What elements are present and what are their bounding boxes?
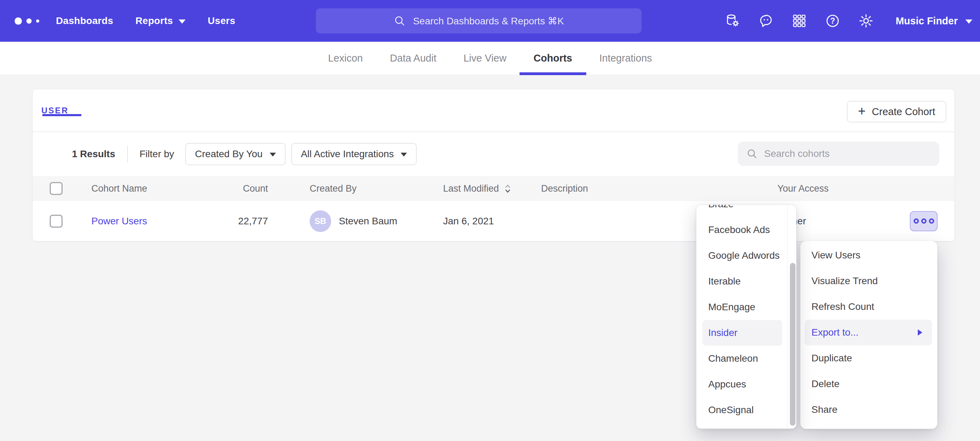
submenu-item-moengage[interactable]: MoEngage (697, 294, 788, 320)
nav-item-users[interactable]: Users (208, 15, 235, 26)
nav-item-dashboards-label: Dashboards (56, 15, 113, 26)
submenu-item-facebook-ads[interactable]: Facebook Ads (697, 217, 788, 243)
menu-item-refresh-count[interactable]: Refresh Count (800, 294, 937, 320)
submenu-scrollbar-thumb[interactable] (790, 263, 795, 426)
submenu-arrow-icon (918, 329, 922, 336)
top-navigation-bar: Dashboards Reports Users Search Dashboar… (0, 0, 980, 42)
menu-item-share[interactable]: Share (800, 397, 937, 423)
menu-item-delete[interactable]: Delete (800, 371, 937, 397)
user-tab-underline (42, 114, 81, 116)
created-by-dropdown-label: Created By You (195, 149, 263, 160)
chevron-down-icon (179, 19, 186, 24)
submenu-item-braze[interactable]: Braze (697, 205, 788, 217)
sort-icon (504, 183, 512, 194)
plus-icon: + (858, 104, 865, 118)
chevron-down-icon (270, 153, 276, 157)
ellipsis-ring-icon (929, 219, 934, 224)
global-search-button[interactable]: Search Dashboards & Reports ⌘K (316, 8, 641, 34)
table-row: Power Users 22,777 SB Steven Baum Jan 6,… (33, 201, 954, 241)
mixpanel-logo-icon[interactable] (14, 18, 39, 25)
tab-data-audit-label: Data Audit (390, 53, 436, 64)
tab-lexicon-label: Lexicon (328, 53, 363, 64)
filter-by-label: Filter by (140, 149, 175, 160)
nav-item-reports-label: Reports (135, 15, 173, 26)
create-cohort-button[interactable]: + Create Cohort (847, 101, 946, 122)
tab-cohorts-label: Cohorts (533, 53, 572, 64)
menu-item-duplicate[interactable]: Duplicate (800, 345, 937, 371)
submenu-item-onesignal[interactable]: OneSignal (697, 397, 788, 423)
created-by-name: Steven Baum (339, 216, 397, 227)
data-management-icon[interactable] (725, 13, 741, 29)
chevron-down-icon (401, 153, 407, 157)
nav-item-reports[interactable]: Reports (135, 15, 186, 26)
header-created-by[interactable]: Created By (310, 183, 356, 194)
cohorts-table-header: Cohort Name Count Created By Last Modifi… (33, 176, 954, 201)
cohort-name-link[interactable]: Power Users (91, 216, 147, 227)
cohort-search-input[interactable] (764, 148, 917, 159)
tab-live-view-label: Live View (464, 53, 507, 64)
created-by-cell: SB Steven Baum (310, 211, 397, 232)
whats-new-icon[interactable] (758, 13, 774, 29)
create-cohort-label: Create Cohort (872, 106, 935, 118)
menu-item-visualize-trend[interactable]: Visualize Trend (800, 268, 937, 294)
cohorts-panel-header: USER + Create Cohort (33, 89, 954, 132)
global-search-placeholder: Search Dashboards & Reports ⌘K (413, 15, 564, 27)
tab-data-audit[interactable]: Data Audit (390, 42, 436, 75)
ellipsis-ring-icon (914, 219, 919, 224)
submenu-item-chameleon[interactable]: Chameleon (697, 346, 788, 371)
tab-integrations[interactable]: Integrations (600, 42, 652, 75)
tab-user-cohorts-label: USER (41, 106, 69, 115)
logo-dot-3 (36, 19, 39, 22)
divider (127, 146, 128, 162)
submenu-item-iterable[interactable]: Iterable (697, 268, 788, 294)
integrations-filter-dropdown-label: All Active Integrations (301, 149, 394, 160)
header-description[interactable]: Description (541, 183, 588, 194)
chevron-down-icon (966, 19, 972, 24)
header-cohort-name[interactable]: Cohort Name (91, 183, 147, 194)
help-icon[interactable]: ? (825, 13, 841, 29)
project-switcher[interactable]: Music Finder (896, 15, 972, 27)
header-last-modified[interactable]: Last Modified (443, 183, 512, 194)
submenu-item-insider[interactable]: Insider (702, 320, 782, 346)
nav-item-users-label: Users (208, 15, 235, 26)
menu-item-export-to[interactable]: Export to... (805, 320, 932, 345)
last-modified-cell: Jan 6, 2021 (443, 216, 494, 227)
project-name: Music Finder (896, 15, 958, 27)
apps-grid-icon[interactable] (791, 13, 807, 29)
menu-item-export-to-label: Export to... (811, 327, 858, 338)
export-destination-submenu: Braze Facebook Ads Google Adwords Iterab… (696, 205, 797, 429)
row-actions-menu: View Users Visualize Trend Refresh Count… (800, 241, 937, 429)
select-all-checkbox[interactable] (50, 182, 62, 195)
primary-nav: Dashboards Reports Users (56, 15, 235, 26)
tab-user-cohorts[interactable]: USER (41, 106, 69, 115)
cohort-search-field[interactable] (738, 142, 939, 166)
divider (787, 205, 788, 428)
avatar: SB (310, 211, 331, 232)
filter-row: 1 Results Filter by Created By You All A… (72, 132, 422, 176)
topnav-right-cluster: ? Music Finder (725, 0, 972, 42)
integrations-filter-dropdown[interactable]: All Active Integrations (291, 143, 417, 165)
logo-dot-2 (26, 18, 32, 24)
tab-cohorts[interactable]: Cohorts (533, 42, 572, 75)
submenu-item-google-adwords[interactable]: Google Adwords (697, 243, 788, 268)
header-last-modified-label: Last Modified (443, 183, 499, 194)
header-count[interactable]: Count (243, 183, 268, 194)
menu-item-view-users[interactable]: View Users (800, 243, 937, 268)
cohort-count: 22,777 (238, 216, 268, 227)
logo-dot-1 (14, 18, 22, 25)
search-icon (393, 14, 406, 27)
tab-lexicon[interactable]: Lexicon (328, 42, 363, 75)
search-icon (746, 148, 758, 160)
submenu-item-appcues[interactable]: Appcues (697, 371, 788, 397)
settings-gear-icon[interactable] (858, 13, 874, 29)
header-your-access[interactable]: Your Access (777, 183, 829, 194)
created-by-dropdown[interactable]: Created By You (185, 143, 286, 165)
tab-integrations-label: Integrations (600, 53, 652, 64)
results-count: 1 Results (72, 149, 115, 160)
data-management-tabbar: Lexicon Data Audit Live View Cohorts Int… (0, 42, 980, 75)
tab-live-view[interactable]: Live View (464, 42, 507, 75)
row-checkbox[interactable] (50, 214, 62, 227)
svg-text:?: ? (830, 16, 835, 26)
row-actions-button[interactable] (910, 211, 938, 231)
nav-item-dashboards[interactable]: Dashboards (56, 15, 113, 26)
